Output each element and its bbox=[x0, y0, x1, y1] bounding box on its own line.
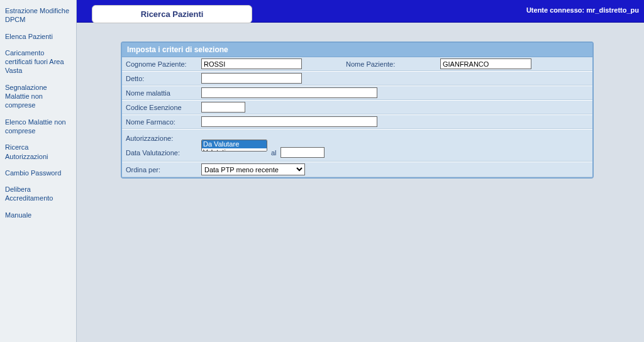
farmaco-input[interactable] bbox=[201, 116, 377, 127]
malattia-input[interactable] bbox=[201, 87, 377, 98]
autorizzazione-option-valutati[interactable]: Valutati bbox=[202, 148, 267, 152]
top-bar: Ricerca Pazienti Utente connesso: mr_dis… bbox=[77, 0, 644, 23]
page-title: Ricerca Pazienti bbox=[92, 5, 252, 23]
main-area: Ricerca Pazienti Utente connesso: mr_dis… bbox=[77, 0, 644, 342]
ordina-label: Ordina per: bbox=[126, 166, 201, 174]
search-criteria-panel: Imposta i criteri di selezione Cognome P… bbox=[121, 41, 594, 179]
sidebar: Estrazione Modifiche DPCM Elenca Pazient… bbox=[0, 0, 77, 342]
detto-label: Detto: bbox=[126, 75, 201, 82]
sidebar-item-estrazione[interactable]: Estrazione Modifiche DPCM bbox=[5, 3, 71, 28]
sidebar-item-delibera[interactable]: Delibera Accreditamento bbox=[5, 181, 71, 207]
autorizzazione-label: Autorizzazione: bbox=[126, 131, 201, 145]
detto-input[interactable] bbox=[201, 73, 302, 84]
nome-input[interactable] bbox=[440, 58, 531, 69]
sidebar-item-elenca-pazienti[interactable]: Elenca Pazienti bbox=[5, 28, 71, 45]
sidebar-item-ricerca-autorizzazioni[interactable]: Ricerca Autorizzazioni bbox=[5, 139, 71, 165]
nome-label: Nome Paziente: bbox=[302, 60, 428, 68]
al-label: al bbox=[267, 149, 280, 157]
autorizzazione-option-da-valutare[interactable]: Da Valutare bbox=[202, 140, 267, 148]
datavalutazione-label: Data Valutazione: bbox=[126, 145, 201, 160]
autorizzazione-listbox[interactable]: Da Valutare Valutati Tutti bbox=[201, 140, 267, 152]
sidebar-item-segnalazione-malattie[interactable]: Segnalazione Malattie non comprese bbox=[5, 79, 71, 114]
sidebar-item-elenco-malattie[interactable]: Elenco Malattie non comprese bbox=[5, 114, 71, 140]
data-to-input[interactable] bbox=[280, 147, 325, 158]
ordina-select[interactable]: Data PTP meno recente bbox=[201, 163, 305, 175]
user-connected-label: Utente connesso: mr_distretto_pu bbox=[526, 6, 639, 14]
esenzione-input[interactable] bbox=[201, 102, 245, 113]
sidebar-item-manuale[interactable]: Manuale bbox=[5, 207, 71, 223]
sidebar-item-cambio-password[interactable]: Cambio Password bbox=[5, 165, 71, 181]
panel-title: Imposta i criteri di selezione bbox=[122, 43, 592, 57]
malattia-label: Nome malattia bbox=[126, 89, 201, 97]
sidebar-item-caricamento-certificati[interactable]: Caricamento certificati fuori Area Vasta bbox=[5, 45, 71, 79]
cognome-input[interactable] bbox=[201, 58, 302, 69]
esenzione-label: Codice Esenzione bbox=[126, 104, 201, 111]
farmaco-label: Nome Farmaco: bbox=[126, 118, 201, 126]
cognome-label: Cognome Paziente: bbox=[126, 60, 201, 68]
